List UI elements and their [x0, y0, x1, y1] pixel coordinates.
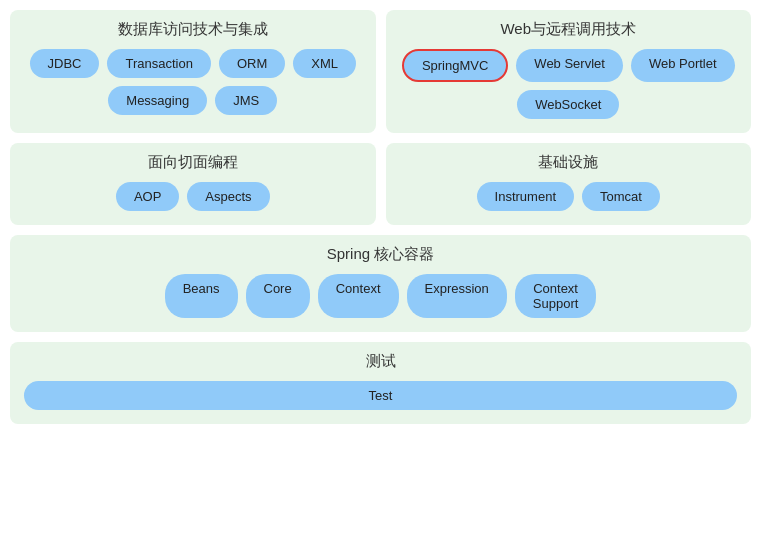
db-title: 数据库访问技术与集成 [24, 20, 362, 39]
core-section: Spring 核心容器 Beans Core Context Expressio… [10, 235, 751, 332]
web-title: Web与远程调用技术 [400, 20, 738, 39]
chip-springmvc[interactable]: SpringMVC [402, 49, 508, 82]
aop-chips: AOP Aspects [24, 182, 362, 211]
chip-jms[interactable]: JMS [215, 86, 277, 115]
chip-aop[interactable]: AOP [116, 182, 179, 211]
chip-xml[interactable]: XML [293, 49, 356, 78]
chip-core[interactable]: Core [246, 274, 310, 318]
db-section: 数据库访问技术与集成 JDBC Transaction ORM XML Mess… [10, 10, 376, 133]
chip-context[interactable]: Context [318, 274, 399, 318]
infra-chips: Instrument Tomcat [400, 182, 738, 211]
chip-context-support[interactable]: ContextSupport [515, 274, 597, 318]
row-1: 数据库访问技术与集成 JDBC Transaction ORM XML Mess… [10, 10, 751, 133]
aop-title: 面向切面编程 [24, 153, 362, 172]
chip-orm[interactable]: ORM [219, 49, 285, 78]
row-2: 面向切面编程 AOP Aspects 基础设施 Instrument Tomca… [10, 143, 751, 225]
test-section: 测试 Test [10, 342, 751, 424]
chip-test[interactable]: Test [24, 381, 737, 410]
core-chips: Beans Core Context Expression ContextSup… [24, 274, 737, 318]
chip-instrument[interactable]: Instrument [477, 182, 574, 211]
chip-tomcat[interactable]: Tomcat [582, 182, 660, 211]
chip-expression[interactable]: Expression [407, 274, 507, 318]
chip-aspects[interactable]: Aspects [187, 182, 269, 211]
db-chips: JDBC Transaction ORM XML Messaging JMS [24, 49, 362, 115]
web-chips: SpringMVC Web Servlet Web Portlet WebSoc… [400, 49, 738, 119]
chip-webservlet[interactable]: Web Servlet [516, 49, 623, 82]
aop-section: 面向切面编程 AOP Aspects [10, 143, 376, 225]
chip-webportlet[interactable]: Web Portlet [631, 49, 735, 82]
infra-section: 基础设施 Instrument Tomcat [386, 143, 752, 225]
web-section: Web与远程调用技术 SpringMVC Web Servlet Web Por… [386, 10, 752, 133]
chip-transaction[interactable]: Transaction [107, 49, 210, 78]
core-title: Spring 核心容器 [24, 245, 737, 264]
chip-messaging[interactable]: Messaging [108, 86, 207, 115]
chip-beans[interactable]: Beans [165, 274, 238, 318]
test-title: 测试 [24, 352, 737, 371]
chip-jdbc[interactable]: JDBC [30, 49, 100, 78]
infra-title: 基础设施 [400, 153, 738, 172]
chip-websocket[interactable]: WebSocket [517, 90, 619, 119]
